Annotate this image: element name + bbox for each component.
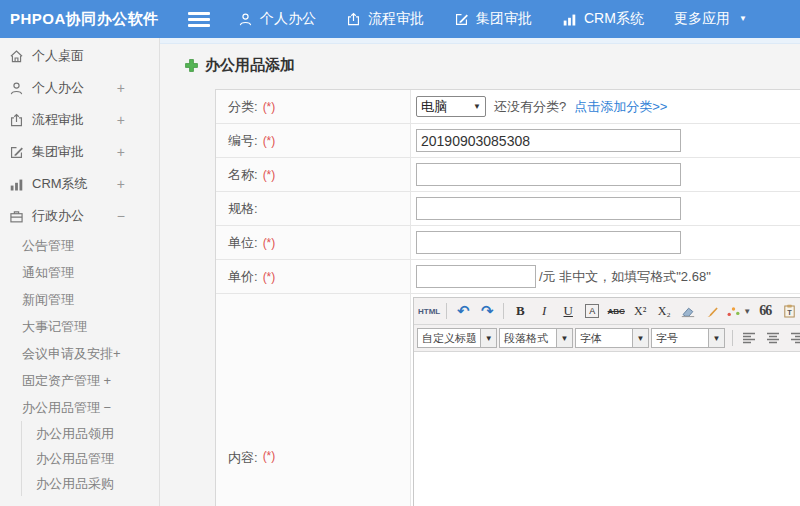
unit-input[interactable] [416,231,681,254]
sidebar-item-label: 固定资产管理 + [22,372,111,390]
toolbar-glyph: X² [634,304,646,319]
nav-workflow-approval[interactable]: 流程审批 [346,10,424,28]
required-mark: (*) [263,449,276,463]
category-select[interactable]: 电脑 ▼ [416,96,486,117]
toolbar-glyph: I [542,303,546,319]
toolbar-glyph: B [516,303,525,319]
sidebar-item-label: 个人桌面 [32,47,84,65]
sidebar-item-notice-mgmt[interactable]: 通知管理 [0,259,159,286]
sidebar-item-personal-desktop[interactable]: 个人桌面 [0,40,159,72]
sidebar-menu: 个人桌面 个人办公 + 流程审批 + 集团审批 + CRM系统 [0,38,160,506]
required-mark: (*) [263,168,276,182]
expander-toggle[interactable]: + [117,112,125,128]
spec-input[interactable] [416,197,681,220]
sidebar-item-label: 个人办公 [32,79,84,97]
sidebar-item-events-mgmt[interactable]: 大事记管理 [0,313,159,340]
hamburger-menu-icon[interactable] [188,12,210,27]
blockquote[interactable]: 66 [754,301,776,321]
expander-toggle[interactable]: − [117,208,125,224]
sidebar-item-fixed-assets-mgmt[interactable]: 固定资产管理 + [0,367,159,394]
custom-title-select[interactable]: 自定义标题 ▼ [417,328,497,348]
subscript[interactable]: X₂ [653,301,675,321]
format-painter[interactable] [701,301,723,321]
caret-down-icon: ▼ [632,329,648,347]
underline[interactable]: U [557,301,579,321]
category-selected-value: 电脑 [421,98,447,116]
sidebar-item-office-supplies-mgmt[interactable]: 办公用品管理 − [0,394,159,421]
toolbar-glyph: A [585,304,599,318]
font-size-select[interactable]: 字号 ▼ [651,328,725,348]
sidebar-item-label: 通知管理 [22,264,74,282]
sidebar-item-news-mgmt[interactable]: 新闻管理 [0,286,159,313]
expander-toggle[interactable]: + [117,176,125,192]
paste-as-text[interactable]: T [778,301,800,321]
form-row-category: 分类: (*) 电脑 ▼ 还没有分类? 点击添加分类>> [216,90,800,124]
code-input[interactable] [416,129,681,152]
font-style[interactable]: A [581,301,603,321]
edit-icon [9,145,24,160]
code-label: 编号: [228,132,258,150]
sidebar-item-label: 办公用品管理 − [22,399,111,417]
editor-select-label: 段落格式 [500,331,552,346]
undo[interactable]: ↶ [452,301,474,321]
add-category-link[interactable]: 点击添加分类>> [574,98,667,116]
content-top-strip [160,38,800,44]
eraser[interactable] [677,301,699,321]
strikethrough[interactable]: ABC [605,301,627,321]
sidebar-item-label: CRM系统 [32,175,88,193]
editor-align-group [738,328,800,348]
nav-group-approval[interactable]: 集团审批 [454,10,532,28]
required-mark: (*) [263,270,276,284]
sidebar-item-announcement-mgmt[interactable]: 公告管理 [0,232,159,259]
editor-toolbar-row2: 自定义标题 ▼ 段落格式 ▼ 字体 ▼ [414,325,800,352]
html-source[interactable]: HTML [417,301,441,321]
caret-down-icon: ▼ [739,15,747,23]
caret-down-icon: ▼ [473,102,481,111]
nav-personal-office[interactable]: 个人办公 [238,10,316,28]
sidebar-item-label: 办公用品管理 [36,450,114,468]
no-category-hint: 还没有分类? [494,98,566,116]
name-label: 名称: [228,166,258,184]
editor-toolbar-row1: HTML ↶ ↷ B I [414,298,800,325]
sidebar-item-crm[interactable]: CRM系统 + [0,168,159,200]
align-right[interactable] [786,328,800,348]
sidebar-item-workflow-approval[interactable]: 流程审批 + [0,104,159,136]
italic[interactable]: I [533,301,555,321]
form-row-spec: 规格: [216,192,800,226]
brush-icon [705,305,719,318]
paragraph-format-select[interactable]: 段落格式 ▼ [499,328,573,348]
editor-content-area[interactable] [414,352,800,506]
sidebar-item-supplies-manage[interactable]: 办公用品管理 [21,446,159,471]
align-left[interactable] [738,328,760,348]
sidebar-item-personal-office[interactable]: 个人办公 + [0,72,159,104]
editor-select-label: 自定义标题 [418,331,480,346]
align-center[interactable] [762,328,784,348]
add-plus-icon [185,59,198,72]
sidebar-item-supplies-claim[interactable]: 办公用品领用 [21,421,159,446]
sidebar-item-group-approval[interactable]: 集团审批 + [0,136,159,168]
expander-toggle[interactable]: + [117,80,125,96]
chart-icon [562,12,577,27]
name-input[interactable] [416,163,681,186]
price-input[interactable] [416,265,536,288]
form-row-code: 编号: (*) [216,124,800,158]
sidebar-item-label: 流程审批 [32,111,84,129]
nav-item-label: CRM系统 [584,10,644,28]
expander-toggle[interactable]: + [117,144,125,160]
nav-more-apps[interactable]: 更多应用 ▼ [674,10,747,28]
add-supply-form: 分类: (*) 电脑 ▼ 还没有分类? 点击添加分类>> 编号: [215,89,800,506]
bold[interactable]: B [509,301,531,321]
superscript[interactable]: X² [629,301,651,321]
align-left-icon [742,332,756,344]
redo[interactable]: ↷ [476,301,498,321]
font-family-select[interactable]: 字体 ▼ [575,328,649,348]
sidebar-item-label: 公告管理 [22,237,74,255]
sidebar-item-label: 办公用品领用 [36,425,114,443]
sidebar-item-meeting-request[interactable]: 会议申请及安排+ [0,340,159,367]
page-title: 办公用品添加 [185,56,800,75]
sidebar-item-supplies-purchase[interactable]: 办公用品采购 [21,471,159,496]
required-mark: (*) [263,134,276,148]
sidebar-item-admin-office[interactable]: 行政办公 − [0,200,159,232]
auto-typeset[interactable]: ▼ [725,301,752,321]
nav-crm[interactable]: CRM系统 [562,10,644,28]
